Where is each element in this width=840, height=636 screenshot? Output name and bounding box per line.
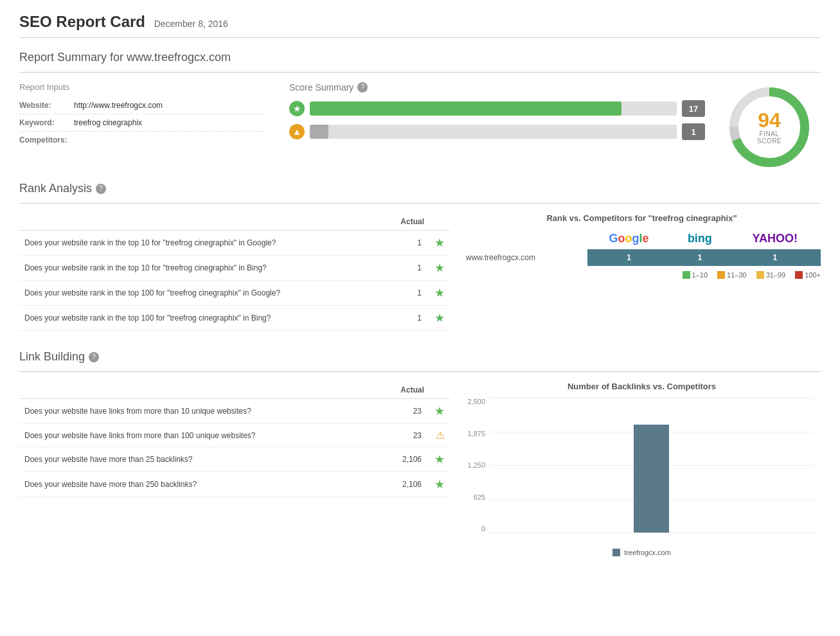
y-axis: 2,500 1,875 1,250 625 0 (463, 398, 488, 533)
rank-legend: 1–10 11–30 31–99 100+ (463, 271, 821, 279)
link-table-row: Does your website have links from more t… (19, 399, 450, 424)
score-summary-panel: Score Summary ? ★ 17 ▲ 1 (276, 82, 705, 146)
rank-actual-cell: 1 (383, 306, 429, 331)
legend-dot-100plus (795, 271, 803, 279)
page-date: December 8, 2016 (154, 19, 228, 29)
rank-actual-cell: 1 (383, 256, 429, 281)
rank-status-cell: ★ (429, 256, 450, 281)
legend-label-100plus: 100+ (805, 271, 821, 279)
score-icon-warning: ▲ (289, 124, 305, 139)
bar-treefrogcx (634, 425, 669, 533)
link-table-question-header (19, 382, 379, 399)
rank-analysis-section: Rank Analysis ? Actual Does your website… (19, 182, 821, 331)
rank-actual-cell: 1 (383, 281, 429, 306)
chart-legend: treefrogcx.com (463, 549, 821, 556)
rank-status-cell: ★ (429, 306, 450, 331)
score-badge-2: 1 (682, 123, 705, 140)
score-bar-fill-1 (310, 102, 621, 116)
y-label-2500: 2,500 (467, 398, 485, 405)
link-building-section: Link Building ? Actual Does your website… (19, 350, 821, 556)
report-inputs-label: Report Inputs (19, 82, 264, 92)
y-label-1875: 1,875 (467, 430, 485, 437)
donut-center: 94 FINAL SCORE (747, 110, 792, 145)
rank-vs-website-header (463, 228, 587, 249)
link-left-col: Actual Does your website have links from… (19, 382, 450, 556)
input-row-competitors: Competitors: (19, 132, 264, 148)
chart-title: Number of Backlinks vs. Competitors (463, 382, 821, 391)
legend-dot-11-30 (717, 271, 725, 279)
y-label-1250: 1,250 (467, 461, 485, 469)
rank-table-actual-header: Actual (383, 213, 429, 231)
rank-vs-table: Google bing YAHOO! www.treefrogcx.com 1 (463, 228, 821, 266)
inputs-score-container: Report Inputs Website: http://www.treefr… (19, 82, 821, 172)
link-question-cell: Does your website have links from more t… (19, 424, 379, 447)
score-bar-2 (310, 125, 677, 139)
link-table-icon-header (429, 382, 450, 399)
donut-chart: 94 FINAL SCORE (724, 82, 814, 172)
link-actual-cell: 23 (379, 424, 430, 447)
input-key-competitors: Competitors: (19, 136, 74, 145)
link-right-col: Number of Backlinks vs. Competitors 2,50… (463, 382, 821, 556)
rank-status-cell: ★ (429, 231, 450, 256)
score-summary-help-icon[interactable]: ? (357, 82, 368, 93)
link-status-cell: ★ (429, 447, 450, 472)
score-bar-row-2: ▲ 1 (289, 123, 705, 140)
rank-question-cell: Does your website rank in the top 10 for… (19, 256, 383, 281)
link-table-actual-header: Actual (379, 382, 430, 399)
green-star-icon: ★ (434, 453, 445, 466)
legend-label-1-10: 1–10 (692, 271, 708, 279)
score-bar-row-1: ★ 17 (289, 100, 705, 117)
rank-table-row: Does your website rank in the top 100 fo… (19, 306, 450, 331)
rank-vs-yahoo-header: YAHOO! (729, 228, 821, 249)
competitor-yahoo-rank: 1 (729, 249, 821, 266)
legend-item-31-99: 31–99 (756, 271, 786, 279)
chart-legend-label: treefrogcx.com (624, 549, 671, 556)
rank-question-cell: Does your website rank in the top 10 for… (19, 231, 383, 256)
green-star-icon: ★ (434, 261, 445, 274)
legend-dot-31-99 (756, 271, 764, 279)
green-star-icon: ★ (434, 312, 445, 324)
score-icon-green: ★ (289, 101, 305, 116)
report-summary-title: Report Summary for www.treefrogcx.com (19, 51, 821, 64)
rank-left-col: Actual Does your website rank in the top… (19, 213, 450, 331)
input-value-website: http://www.treefrogcx.com (74, 101, 163, 110)
green-star-icon: ★ (434, 405, 445, 418)
rank-table-question-header (19, 213, 383, 231)
rank-analysis-title-text: Rank Analysis (19, 182, 92, 195)
rank-vs-google-header: Google (587, 228, 670, 249)
link-building-title: Link Building ? (19, 350, 821, 364)
link-table-row: Does your website have links from more t… (19, 424, 450, 447)
rank-table: Actual Does your website rank in the top… (19, 213, 450, 331)
link-table-row: Does your website have more than 250 bac… (19, 472, 450, 497)
backlinks-chart: 2,500 1,875 1,250 625 0 (463, 398, 821, 545)
link-status-cell: ★ (429, 399, 450, 424)
link-question-cell: Does your website have links from more t… (19, 399, 379, 424)
rank-table-icon-header (429, 213, 450, 231)
competitor-bing-rank: 1 (670, 249, 729, 266)
title-bar: SEO Report Card December 8, 2016 (19, 13, 821, 38)
rank-analysis-help-icon[interactable]: ? (96, 184, 106, 194)
rank-analysis-title: Rank Analysis ? (19, 182, 821, 195)
rank-vs-bing-header: bing (670, 228, 729, 249)
link-table-row: Does your website have more than 25 back… (19, 447, 450, 472)
link-actual-cell: 23 (379, 399, 430, 424)
input-value-keyword: treefrog cinegraphix (74, 118, 142, 127)
link-status-cell: ★ (429, 472, 450, 497)
link-building-title-text: Link Building (19, 350, 85, 364)
legend-label-31-99: 31–99 (766, 271, 786, 279)
score-bar-fill-2 (310, 125, 328, 139)
link-two-col: Actual Does your website have links from… (19, 382, 821, 556)
legend-item-1-10: 1–10 (683, 271, 708, 279)
green-star-icon: ★ (434, 478, 445, 491)
competitor-website: www.treefrogcx.com (463, 249, 587, 266)
final-score-value: 94 (747, 110, 792, 130)
link-building-help-icon[interactable]: ? (89, 352, 99, 362)
report-inputs-panel: Report Inputs Website: http://www.treefr… (19, 82, 264, 148)
competitor-google-rank: 1 (587, 249, 670, 266)
input-row-website: Website: http://www.treefrogcx.com (19, 97, 264, 114)
warning-icon: ⚠ (436, 430, 445, 441)
link-status-cell: ⚠ (429, 424, 450, 447)
rank-actual-cell: 1 (383, 231, 429, 256)
legend-dot-1-10 (683, 271, 690, 279)
legend-label-11-30: 11–30 (727, 271, 747, 279)
